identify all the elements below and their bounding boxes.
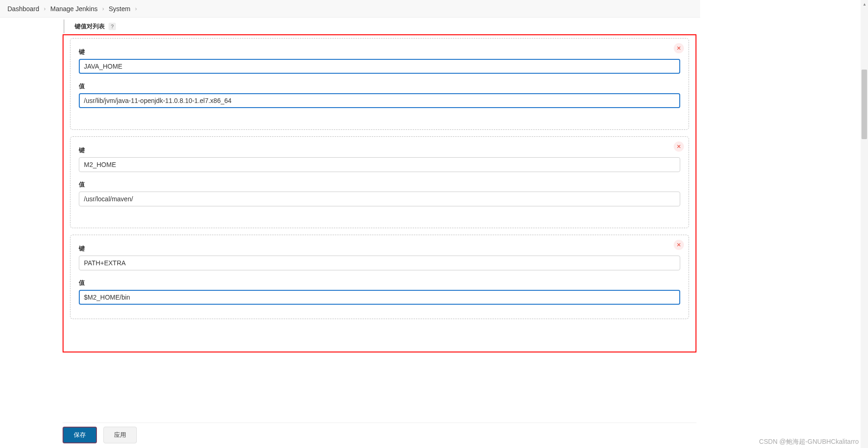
kv-entry: ✕ 键 值 <box>70 136 689 228</box>
section-header: 键值对列表 ? <box>64 19 696 33</box>
key-label: 键 <box>79 48 680 56</box>
main-content: 键值对列表 ? ✕ 键 值 ✕ 键 值 <box>63 18 696 448</box>
value-label: 值 <box>79 279 680 287</box>
value-input[interactable] <box>79 192 680 206</box>
key-input[interactable] <box>79 157 680 172</box>
value-input[interactable] <box>79 93 680 108</box>
breadcrumb-item-manage[interactable]: Manage Jenkins <box>51 5 98 13</box>
close-icon: ✕ <box>677 143 681 150</box>
bottom-action-bar: 保存 应用 <box>63 422 696 448</box>
kv-entry: ✕ 键 值 <box>70 38 689 130</box>
chevron-right-icon: › <box>135 6 137 12</box>
delete-entry-button[interactable]: ✕ <box>674 240 684 250</box>
close-icon: ✕ <box>677 45 681 51</box>
watermark-text: CSDN @鲍海超-GNUBHCkalitarro <box>759 438 859 446</box>
scroll-up-icon[interactable]: ▴ <box>861 0 868 7</box>
key-label: 键 <box>79 146 680 154</box>
scrollbar-thumb[interactable] <box>862 70 867 139</box>
chevron-right-icon: › <box>102 6 104 12</box>
value-input[interactable] <box>79 290 680 305</box>
key-input[interactable] <box>79 256 680 270</box>
value-field-group: 值 <box>79 180 680 206</box>
key-input[interactable] <box>79 59 680 74</box>
breadcrumb: Dashboard › Manage Jenkins › System › <box>0 0 700 18</box>
key-field-group: 键 <box>79 48 680 74</box>
close-icon: ✕ <box>677 242 681 248</box>
breadcrumb-item-dashboard[interactable]: Dashboard <box>7 5 39 13</box>
value-label: 值 <box>79 82 680 90</box>
key-field-group: 键 <box>79 146 680 172</box>
delete-entry-button[interactable]: ✕ <box>674 141 684 152</box>
highlight-box: ✕ 键 值 ✕ 键 值 <box>63 34 696 352</box>
kv-entry: ✕ 键 值 <box>70 235 689 319</box>
value-field-group: 值 <box>79 82 680 108</box>
help-icon[interactable]: ? <box>108 23 116 30</box>
key-label: 键 <box>79 244 680 253</box>
scrollbar-vertical[interactable]: ▴ <box>861 0 868 448</box>
chevron-right-icon: › <box>44 6 46 12</box>
value-field-group: 值 <box>79 279 680 305</box>
section-title: 键值对列表 <box>75 22 105 31</box>
value-label: 值 <box>79 180 680 189</box>
key-field-group: 键 <box>79 244 680 270</box>
apply-button[interactable]: 应用 <box>103 427 137 443</box>
delete-entry-button[interactable]: ✕ <box>674 43 684 53</box>
breadcrumb-item-system[interactable]: System <box>108 5 130 13</box>
save-button[interactable]: 保存 <box>63 427 97 443</box>
